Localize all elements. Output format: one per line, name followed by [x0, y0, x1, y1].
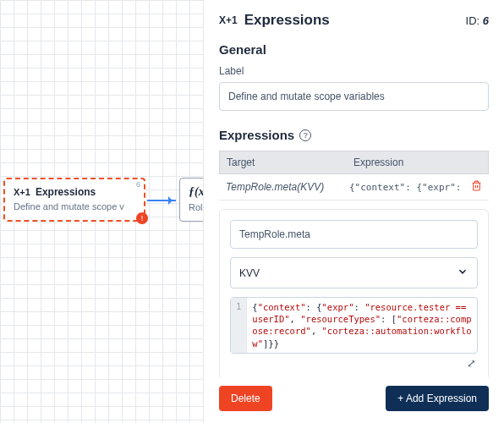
type-value: KVV — [239, 267, 260, 279]
error-badge-icon: ! — [136, 212, 148, 224]
label-input[interactable] — [219, 82, 489, 111]
code-text[interactable]: {"context": {"expr": "resource.tester ==… — [247, 298, 477, 353]
panel-footer: Delete + Add Expression — [204, 377, 504, 423]
target-input[interactable] — [230, 220, 478, 249]
expression-editor: KVV 1 {"context": {"expr": "resource.tes… — [219, 209, 489, 377]
panel-id: ID: 6 — [466, 14, 489, 27]
col-target: Target — [220, 151, 347, 173]
label-field-label: Label — [219, 65, 489, 77]
expressions-heading: Expressions — [219, 128, 294, 142]
node-expressions[interactable]: 6 X+1 Expressions Define and mutate scop… — [3, 178, 145, 222]
panel-header: X+1 Expressions ID: 6 — [204, 0, 504, 37]
expand-icon[interactable]: ⤢ — [230, 354, 478, 370]
workflow-canvas[interactable]: 6 X+1 Expressions Define and mutate scop… — [0, 0, 203, 423]
row-target: TempRole.meta(KVV) — [219, 181, 346, 193]
expression-row[interactable]: TempRole.meta(KVV) {"context": {"expr": … — [219, 174, 489, 201]
code-editor[interactable]: 1 {"context": {"expr": "resource.tester … — [230, 297, 478, 354]
general-heading: General — [219, 42, 489, 57]
delete-button[interactable]: Delete — [219, 386, 272, 411]
panel-body[interactable]: General Label Expressions ? Target Expre… — [204, 37, 504, 377]
expressions-grid-header: Target Expression — [219, 151, 489, 174]
connector-arrow[interactable] — [147, 200, 176, 201]
add-expression-button[interactable]: + Add Expression — [386, 386, 489, 411]
xplus1-icon: X+1 — [219, 14, 238, 26]
line-gutter: 1 — [231, 298, 247, 353]
xplus1-icon: X+1 — [14, 187, 30, 197]
chevron-down-icon — [457, 266, 468, 280]
node-subtitle: Define and mutate scope v — [5, 201, 144, 220]
trash-icon[interactable] — [464, 180, 489, 194]
row-expression: {"context": {"expr": "resourc — [346, 182, 464, 193]
panel-title: Expressions — [244, 12, 459, 29]
properties-panel: X+1 Expressions ID: 6 General Label Expr… — [203, 0, 504, 423]
node-title: Expressions — [36, 186, 96, 198]
col-expression: Expression — [347, 151, 488, 173]
type-select[interactable]: KVV — [230, 257, 478, 288]
node-id-badge: 6 — [136, 180, 140, 189]
help-icon[interactable]: ? — [299, 129, 311, 141]
